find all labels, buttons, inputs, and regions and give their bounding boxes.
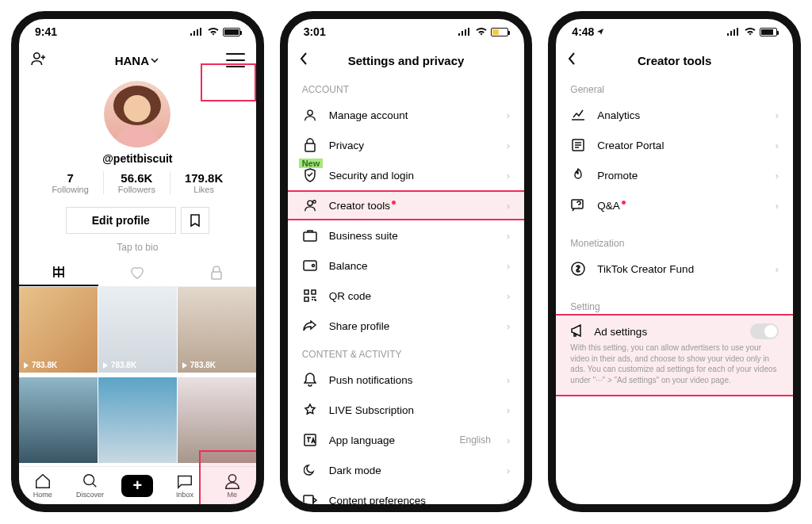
- video-thumbnail[interactable]: 783.8K: [98, 287, 177, 373]
- svg-point-7: [312, 201, 316, 204]
- item-promote[interactable]: Promote›: [556, 160, 793, 190]
- profile-stats: 7Following 56.6KFollowers 179.8KLikes: [19, 171, 256, 194]
- new-badge: New: [299, 159, 324, 168]
- creator-header: Creator tools: [556, 44, 793, 76]
- creator-list: General Analytics› Creator Portal› Promo…: [556, 76, 793, 504]
- phone-profile: 9:41 HANA @petitbiscuit 7Following 56.6K…: [11, 11, 264, 512]
- bottom-tab-bar: Home Discover + Inbox Me: [19, 466, 256, 504]
- battery-icon: [491, 28, 508, 36]
- view-count: 783.8K: [102, 361, 136, 369]
- video-thumbnail[interactable]: [19, 377, 98, 463]
- svg-point-10: [312, 265, 314, 267]
- section-account: ACCOUNT: [288, 76, 525, 100]
- item-analytics[interactable]: Analytics›: [556, 100, 793, 130]
- hamburger-menu-icon[interactable]: [226, 53, 245, 67]
- ad-settings-block: Ad settings With this setting, you can a…: [556, 314, 793, 396]
- battery-icon: [223, 28, 240, 36]
- edit-profile-button[interactable]: Edit profile: [66, 207, 176, 234]
- status-icons: [190, 27, 240, 36]
- item-app-language[interactable]: App languageEnglish›: [288, 425, 525, 455]
- view-count: 783.8K: [23, 361, 57, 369]
- ad-settings-label: Ad settings: [594, 326, 741, 338]
- svg-rect-15: [304, 495, 313, 504]
- video-thumbnail[interactable]: 783.8K: [178, 287, 256, 373]
- ad-settings-description: With this setting, you can allow adverti…: [570, 342, 779, 385]
- item-live-subscription[interactable]: LIVE Subscription›: [288, 395, 525, 425]
- notification-dot: [392, 201, 396, 205]
- status-bar: 9:41: [19, 19, 256, 44]
- tab-private-icon[interactable]: [177, 259, 256, 286]
- tab-grid-icon[interactable]: [19, 259, 98, 286]
- plus-icon: +: [121, 475, 153, 497]
- profile-avatar[interactable]: [104, 81, 170, 147]
- svg-point-6: [308, 201, 312, 205]
- stat-likes[interactable]: 179.8KLikes: [170, 171, 237, 194]
- item-privacy[interactable]: Privacy›: [288, 130, 525, 160]
- item-security[interactable]: Security and login›: [288, 160, 525, 190]
- ad-settings-toggle[interactable]: [750, 323, 779, 339]
- item-balance[interactable]: Balance›: [288, 251, 525, 281]
- item-qr-code[interactable]: QR code›: [288, 281, 525, 311]
- settings-list: New ACCOUNT Manage account› Privacy› Sec…: [288, 76, 525, 504]
- item-creator-portal[interactable]: Creator Portal›: [556, 130, 793, 160]
- clock-time: 4:48: [572, 25, 604, 38]
- profile-name-dropdown[interactable]: HANA: [115, 54, 159, 67]
- stat-following[interactable]: 7Following: [37, 171, 102, 194]
- item-business-suite[interactable]: Business suite›: [288, 220, 525, 251]
- tab-liked-icon[interactable]: [98, 259, 178, 286]
- video-grid: 783.8K 783.8K 783.8K: [19, 287, 256, 466]
- clock-time: 3:01: [304, 25, 326, 38]
- svg-point-2: [83, 475, 94, 485]
- user-handle: @petitbiscuit: [19, 152, 256, 165]
- phone-creator-tools: 4:48 Creator tools General Analytics› Cr…: [548, 11, 801, 512]
- svg-point-4: [308, 110, 312, 115]
- svg-point-0: [34, 53, 40, 59]
- tab-home[interactable]: Home: [19, 472, 67, 499]
- video-thumbnail[interactable]: [98, 377, 177, 463]
- item-creator-tools[interactable]: Creator tools›: [288, 190, 525, 220]
- item-dark-mode[interactable]: Dark mode›: [288, 455, 525, 485]
- svg-rect-1: [212, 272, 221, 279]
- item-creator-fund[interactable]: TikTok Creator Fund›: [556, 254, 793, 284]
- profile-buttons: Edit profile: [19, 207, 256, 234]
- svg-rect-8: [304, 232, 316, 241]
- section-monetization: Monetization: [556, 230, 793, 254]
- tab-create[interactable]: +: [113, 475, 161, 497]
- profile-header: HANA: [19, 44, 256, 76]
- svg-rect-11: [304, 290, 308, 294]
- svg-rect-17: [572, 200, 583, 208]
- bio-text[interactable]: Tap to bio: [19, 242, 256, 253]
- item-manage-account[interactable]: Manage account›: [288, 100, 525, 130]
- status-bar: 3:01: [288, 19, 525, 44]
- phone-settings: 3:01 Settings and privacy New ACCOUNT Ma…: [280, 11, 533, 512]
- svg-rect-13: [304, 297, 308, 301]
- video-thumbnail[interactable]: [178, 377, 256, 463]
- svg-point-3: [228, 475, 236, 482]
- add-friend-icon[interactable]: [30, 52, 48, 69]
- item-content-preferences[interactable]: Content preferences›: [288, 485, 525, 504]
- section-content: CONTENT & ACTIVITY: [288, 341, 525, 365]
- megaphone-icon: [570, 324, 584, 339]
- notification-dot: [622, 201, 626, 205]
- video-thumbnail[interactable]: 783.8K: [19, 287, 98, 373]
- item-push-notifications[interactable]: Push notifications›: [288, 365, 525, 395]
- tab-inbox[interactable]: Inbox: [161, 472, 209, 499]
- status-icons: [458, 27, 508, 36]
- section-general: General: [556, 76, 793, 100]
- content-tabs: [19, 259, 256, 287]
- status-bar: 4:48: [556, 19, 793, 44]
- bookmark-button[interactable]: [181, 207, 209, 234]
- status-icons: [726, 27, 777, 36]
- page-title: Settings and privacy: [299, 54, 514, 67]
- view-count: 783.8K: [182, 361, 216, 369]
- stat-followers[interactable]: 56.6KFollowers: [103, 171, 170, 194]
- svg-rect-5: [305, 143, 315, 151]
- tab-discover[interactable]: Discover: [67, 472, 114, 499]
- section-setting: Setting: [556, 293, 793, 314]
- svg-rect-12: [312, 290, 316, 294]
- profile-name: HANA: [115, 54, 149, 67]
- settings-header: Settings and privacy: [288, 44, 525, 76]
- tab-me[interactable]: Me: [209, 472, 256, 499]
- item-share-profile[interactable]: Share profile›: [288, 311, 525, 341]
- item-qa[interactable]: Q&A›: [556, 190, 793, 220]
